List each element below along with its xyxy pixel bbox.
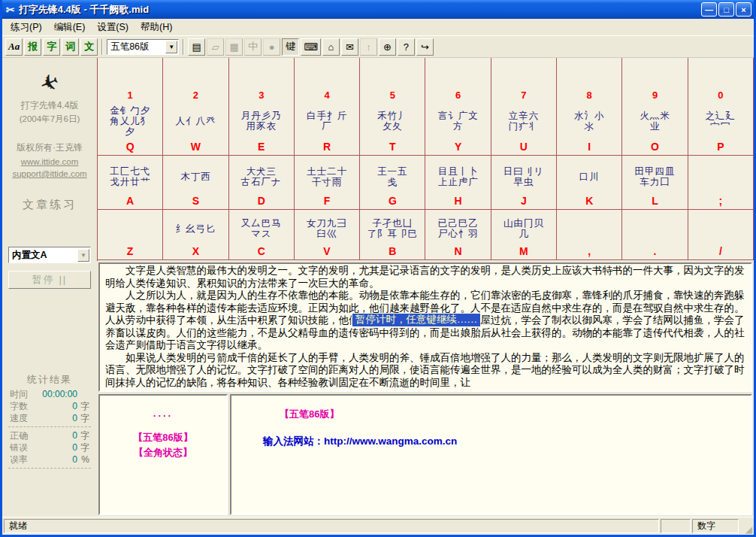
menu-item[interactable]: 练习(P): [5, 20, 48, 35]
key-b: 子孑也凵了阝耳卩巳B: [360, 210, 425, 259]
key-roots-line: 氺: [574, 121, 605, 132]
key-roots-line: 方: [438, 121, 479, 132]
info-panel: 【五笔86版】 输入法网站：http://www.wangma.com.cn: [230, 394, 752, 515]
scheme-title-label: 【五笔86版】: [280, 408, 339, 421]
key-number: 3: [259, 90, 264, 101]
key-roots: 木丁西: [180, 156, 211, 195]
keyboard-hint-icon[interactable]: ⌨: [301, 38, 321, 56]
key-a: 工匚七弋戈廾廿艹A: [98, 156, 163, 209]
stat-value: 0: [28, 401, 77, 411]
key-roots-line: 王一五: [377, 166, 408, 177]
key-roots-line: 金钅勹夕: [110, 105, 150, 116]
key-letter: ;: [718, 195, 722, 207]
keyboard-row: Z纟幺弓匕X又厶巴马マスC女刀九彐臼巛V子孑也凵了阝耳卩巳B已己巳乙尸心忄羽N山…: [98, 210, 754, 260]
chevron-down-icon[interactable]: ▼: [165, 41, 177, 53]
key-letter: Y: [455, 141, 461, 153]
key-roots: 子孑也凵了阝耳卩巳: [367, 210, 419, 245]
key-w: 2人亻八癶W: [163, 58, 228, 155]
article-select[interactable]: 内置文A ▼: [8, 247, 91, 263]
key-roots-line: 角乂儿犭: [110, 116, 150, 126]
menu-item[interactable]: 编辑(E): [48, 20, 92, 35]
key-c: 又厶巴马マスC: [229, 210, 295, 259]
stat-value: 00:00:00: [28, 389, 77, 399]
fullwidth-state-label: 【全角状态】: [100, 446, 226, 460]
root-practice-button[interactable]: 报: [24, 38, 41, 56]
article-area[interactable]: 文字是人类智慧的最伟大的发明之一。文字的发明，尤其是记录语言的文字的发明，是人类…: [98, 262, 752, 392]
key-roots-line: 纟幺弓匕: [175, 223, 216, 234]
menu-item[interactable]: 帮助(H): [135, 20, 178, 35]
key-roots-line: 宀冖: [706, 121, 736, 132]
key-roots-line: 女刀九彐: [307, 218, 347, 229]
help-icon[interactable]: ?: [398, 38, 415, 56]
key-letter: T: [389, 141, 396, 153]
key-roots: 火灬米业: [640, 101, 670, 141]
key-roots-line: 工匚七弋: [110, 166, 150, 177]
minimize-button[interactable]: —: [701, 2, 717, 17]
article-select-value: 内置文A: [9, 249, 77, 262]
key-roots: 已己巳乙尸心忄羽: [438, 210, 479, 245]
website-link[interactable]: www.ittide.com: [2, 157, 97, 166]
stat-row: 错误0字: [2, 441, 97, 454]
key-p: 0之辶廴宀冖P: [688, 58, 754, 155]
menu-item[interactable]: 设置(S): [91, 20, 135, 35]
input-state-panel: .... 【五笔86版】 【全角状态】: [98, 394, 228, 515]
char-practice-button[interactable]: 字: [43, 38, 60, 56]
scheme-select[interactable]: 五笔86版 ▼: [107, 39, 179, 55]
key-roots-line: 又厶巴马: [241, 218, 282, 229]
key-e: 3月丹彡乃用豕衣E: [229, 58, 295, 155]
key-roots: 女刀九彐臼巛: [307, 210, 347, 245]
key-letter: J: [521, 195, 527, 207]
wubi-keyboard-chart: 1金钅勹夕角乂儿犭夕Q2人亻八癶W3月丹彡乃用豕衣E4白手扌斤厂R5禾竹丿攵夂T…: [97, 58, 754, 261]
stat-label: 速度: [10, 412, 28, 425]
article-paragraph: 如果说人类发明的弓箭成千倍的延长了人的手臂，人类发明的斧、锤成百倍地增强了人的力…: [105, 352, 745, 390]
key-x: 纟幺弓匕X: [163, 210, 228, 259]
resize-grip[interactable]: [740, 519, 752, 533]
key-number: 6: [455, 90, 461, 101]
restore-button[interactable]: □: [718, 2, 734, 17]
font-button[interactable]: Aa: [5, 38, 23, 56]
key-number: 8: [587, 90, 592, 101]
key-letter: V: [323, 245, 330, 257]
key-v: 女刀九彐臼巛V: [295, 210, 360, 259]
stat-row: 正确0字: [2, 429, 97, 441]
pause-overlay: 暂停计时，任意键继续……: [352, 314, 480, 326]
key-roots-line: 车力囗: [635, 177, 676, 187]
key-roots-line: 臼巛: [307, 229, 347, 239]
word-practice-button[interactable]: 词: [62, 38, 79, 56]
new-document-icon[interactable]: ▤: [188, 38, 205, 56]
pause-button[interactable]: 暂停 ||: [8, 271, 91, 289]
key-roots-line: 厂: [307, 121, 347, 132]
ime-website-url[interactable]: http://www.wangma.com.cn: [324, 435, 457, 447]
email-link[interactable]: support@ittide.com: [2, 169, 97, 178]
key-number: 7: [521, 90, 526, 101]
key-number: 1: [128, 90, 133, 101]
home-icon[interactable]: ⌂: [322, 38, 340, 56]
key-roots-line: 几: [503, 229, 544, 239]
key-n: 已己巳乙尸心忄羽N: [425, 210, 491, 259]
key-letter: B: [389, 245, 396, 257]
keyboard-row: 1金钅勹夕角乂儿犭夕Q2人亻八癶W3月丹彡乃用豕衣E4白手扌斤厂R5禾竹丿攵夂T…: [98, 58, 754, 156]
key-roots: 工匚七弋戈廾廿艹: [110, 156, 150, 195]
copyright-label: 版权所有·王克锋: [2, 141, 97, 154]
ime-website-link[interactable]: 输入法网站：http://www.wangma.com.cn: [263, 435, 457, 448]
key-letter: Z: [127, 245, 134, 257]
stats-panel: 时间00:00:00字数0字速度0字正确0字错误0字误率0%: [2, 388, 97, 469]
chevron-down-icon[interactable]: ▼: [77, 249, 89, 262]
app-icon: ✂: [6, 4, 15, 16]
mail-icon[interactable]: ✉: [341, 38, 358, 56]
article-practice-button[interactable]: 文: [80, 38, 98, 56]
key-roots-line: 门疒丬: [509, 121, 540, 132]
key-letter: Q: [126, 141, 135, 153]
stat-label: 误率: [10, 454, 28, 466]
app-name-label: 打字先锋4.4版: [2, 99, 97, 112]
close-button[interactable]: ×: [736, 2, 751, 17]
key-z: Z: [98, 210, 163, 259]
key-roots-line: 干寸雨: [307, 177, 347, 187]
website-icon[interactable]: ⊕: [379, 38, 396, 56]
key-roots-line: 用豕衣: [241, 121, 282, 132]
key-roots-line: 已己巳乙: [438, 218, 479, 229]
exit-icon[interactable]: ↪: [416, 38, 434, 56]
stat-value: 0: [28, 430, 77, 441]
key-roots: 口川: [579, 156, 600, 195]
keyboard-toggle-button[interactable]: 键: [282, 38, 299, 56]
